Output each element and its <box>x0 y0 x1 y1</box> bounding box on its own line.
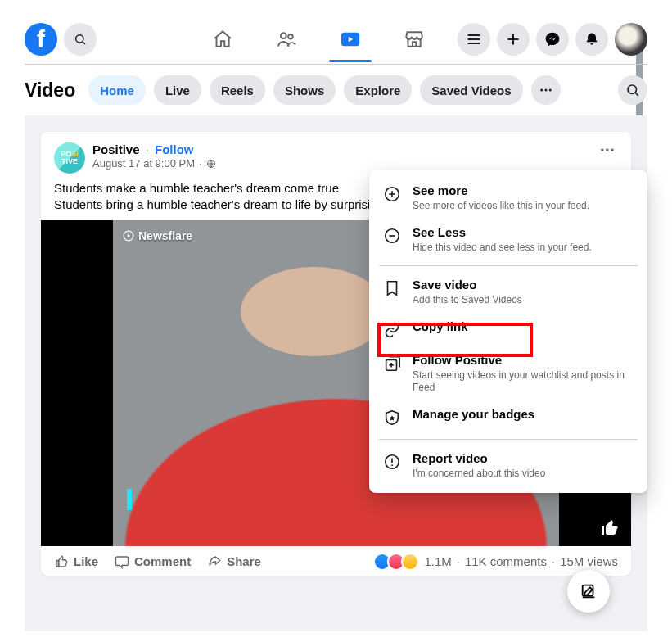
tab-marketplace[interactable] <box>398 16 431 62</box>
post-timestamp[interactable]: August 17 at 9:00 PM <box>92 157 195 170</box>
play-small-icon <box>123 230 134 242</box>
menu-title: Copy link <box>413 319 468 334</box>
thumb-up-outline-icon <box>54 554 69 569</box>
alert-icon <box>383 453 401 471</box>
page-name[interactable]: Positive <box>92 142 140 156</box>
svg-point-27 <box>391 464 393 466</box>
pill-explore[interactable]: Explore <box>344 75 412 105</box>
circle-minus-icon <box>383 227 401 245</box>
menu-title: Follow Positive <box>413 353 634 368</box>
post-actions: Like Comment Share <box>41 546 631 576</box>
pill-shows[interactable]: Shows <box>273 75 336 105</box>
menu-desc: I'm concerned about this video <box>413 468 545 480</box>
menu-see-less[interactable]: See LessHide this video and see less in … <box>376 219 641 260</box>
account-avatar[interactable] <box>615 23 647 56</box>
facebook-logo[interactable]: f <box>25 23 57 56</box>
menu-title: Manage your badges <box>413 407 534 422</box>
circle-plus-icon <box>383 185 401 203</box>
share-icon <box>207 554 222 569</box>
share-button[interactable]: Share <box>207 554 261 569</box>
overlay-like-button[interactable] <box>600 518 620 538</box>
svg-point-3 <box>288 34 293 39</box>
progress-marker <box>127 489 132 510</box>
comment-button[interactable]: Comment <box>115 554 191 569</box>
notifications-button[interactable] <box>575 23 608 56</box>
menu-report-video[interactable]: Report videoI'm concerned about this vid… <box>376 445 641 486</box>
right-cluster <box>458 23 647 56</box>
like-button[interactable]: Like <box>54 554 98 569</box>
menu-desc: Hide this video and see less in your fee… <box>413 242 592 254</box>
svg-point-12 <box>548 89 551 92</box>
menu-icon <box>466 31 482 47</box>
svg-point-13 <box>628 85 637 94</box>
menu-divider <box>379 265 638 266</box>
search-icon <box>74 33 87 46</box>
like-label: Like <box>74 554 98 568</box>
views-count[interactable]: 15M views <box>560 554 618 568</box>
search-button[interactable] <box>64 23 97 56</box>
menu-divider <box>379 439 638 440</box>
svg-line-14 <box>635 93 638 95</box>
separator-dot: · <box>143 142 151 156</box>
post-more-button[interactable]: ··· <box>597 146 618 156</box>
svg-point-11 <box>544 89 547 92</box>
share-label: Share <box>227 554 261 568</box>
watermark-text: Newsflare <box>138 229 192 242</box>
bookmark-icon <box>383 279 401 297</box>
separator-dot: · <box>199 157 202 170</box>
svg-point-10 <box>540 89 543 92</box>
messenger-button[interactable] <box>536 23 569 56</box>
video-watermark: Newsflare <box>123 229 192 242</box>
svg-point-2 <box>280 33 286 38</box>
comment-label: Comment <box>134 554 191 568</box>
compose-fab[interactable] <box>567 570 610 613</box>
thumb-up-icon <box>600 518 620 538</box>
globe-icon <box>206 159 216 169</box>
menu-copy-link[interactable]: Copy link <box>376 313 641 346</box>
pill-saved[interactable]: Saved Videos <box>420 75 522 105</box>
reactions-count[interactable]: 1.1M <box>424 554 451 568</box>
plus-icon <box>505 31 521 47</box>
pill-live[interactable]: Live <box>154 75 201 105</box>
pill-home[interactable]: Home <box>88 75 146 105</box>
video-subnav: Video Home Live Reels Shows Explore Save… <box>25 65 647 115</box>
video-icon <box>339 28 362 51</box>
bell-icon <box>584 31 600 47</box>
tab-video[interactable] <box>334 16 367 62</box>
comments-count[interactable]: 11K comments <box>465 554 547 568</box>
pill-reels[interactable]: Reels <box>210 75 265 105</box>
search-icon <box>625 83 640 97</box>
menu-desc: Add this to Saved Videos <box>413 294 522 306</box>
menu-desc: Start seeing videos in your watchlist an… <box>413 369 634 394</box>
menu-follow-page[interactable]: Follow PositiveStart seeing videos in yo… <box>376 346 641 400</box>
center-tabs <box>206 16 431 62</box>
create-button[interactable] <box>497 23 530 56</box>
dots-icon <box>539 83 553 97</box>
menu-see-more[interactable]: See moreSee more of videos like this in … <box>376 177 641 219</box>
collection-plus-icon <box>383 355 401 373</box>
menu-title: See more <box>413 183 589 198</box>
menu-manage-badges[interactable]: Manage your badges <box>376 400 641 434</box>
pill-more[interactable] <box>531 75 561 105</box>
tab-friends[interactable] <box>270 16 303 62</box>
page-title: Video <box>25 79 75 102</box>
messenger-icon <box>544 31 561 47</box>
menu-title: Save video <box>413 278 522 292</box>
menu-title: Report video <box>413 451 545 466</box>
page-avatar[interactable]: POSITIVE <box>54 142 85 174</box>
friends-icon <box>276 29 297 50</box>
comment-icon <box>115 554 129 569</box>
post-meta: Positive · Follow August 17 at 9:00 PM · <box>92 142 216 170</box>
menu-desc: See more of videos like this in your fee… <box>413 200 589 212</box>
separator-dot: · <box>552 554 555 568</box>
reactions-stack[interactable] <box>377 553 419 571</box>
link-icon <box>383 321 401 339</box>
post-options-menu: See moreSee more of videos like this in … <box>369 170 647 493</box>
pill-search[interactable] <box>618 75 647 105</box>
menu-grid-button[interactable] <box>458 23 490 56</box>
svg-point-0 <box>76 35 83 43</box>
follow-link[interactable]: Follow <box>155 142 194 156</box>
tab-home[interactable] <box>206 16 239 62</box>
app-toolbar: f <box>25 16 647 62</box>
menu-save-video[interactable]: Save videoAdd this to Saved Videos <box>376 271 641 313</box>
